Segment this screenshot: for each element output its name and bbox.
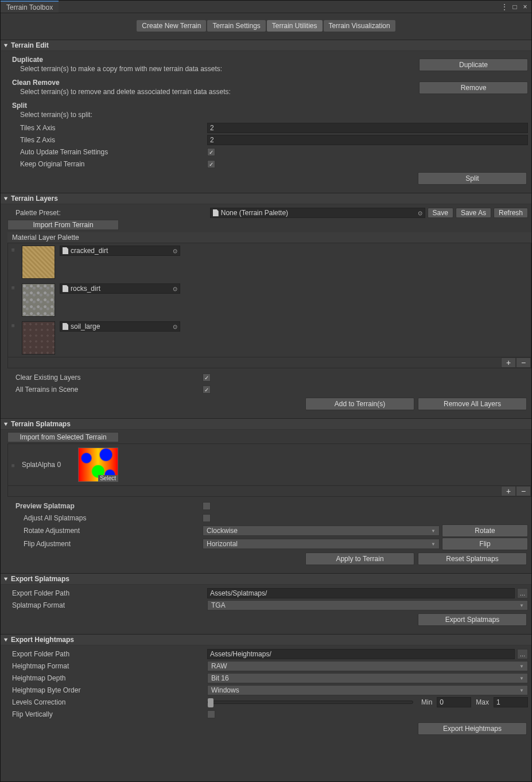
tab-terrain-utilities[interactable]: Terrain Utilities	[267, 20, 323, 32]
layer-row: ≡ cracked_dirt ⊙	[8, 243, 531, 281]
heightmap-byte-order-dropdown[interactable]: Windows ▼	[207, 685, 528, 695]
save-button[interactable]: Save	[428, 208, 453, 218]
split-label: Split	[12, 102, 528, 110]
section-terrain-edit[interactable]: ▼ Terrain Edit	[1, 40, 531, 51]
clear-existing-checkbox[interactable]: ✓	[203, 374, 211, 382]
tiles-x-label: Tiles X Axis	[12, 124, 207, 132]
material-layer-palette: ≡ cracked_dirt ⊙ ≡	[7, 243, 531, 368]
remove-layer-button[interactable]: −	[516, 357, 531, 368]
heightmap-format-dropdown[interactable]: RAW ▼	[207, 661, 528, 671]
layer-thumbnail[interactable]	[22, 321, 55, 355]
adjust-all-checkbox[interactable]	[203, 514, 211, 522]
section-export-splatmaps[interactable]: ▼ Export Splatmaps	[1, 573, 531, 585]
file-icon	[63, 323, 68, 330]
window-title[interactable]: Terrain Toolbox	[1, 1, 59, 13]
titlebar: Terrain Toolbox ⋮ □ ×	[1, 1, 531, 13]
import-from-selected-terrain-button[interactable]: Import from Selected Terrain	[7, 432, 119, 442]
add-splatmap-button[interactable]: +	[501, 486, 516, 496]
duplicate-hint: Select terrain(s) to make a copy from wi…	[20, 65, 419, 73]
tab-row: Create New Terrain Terrain Settings Terr…	[4, 20, 528, 32]
palette-preset-field[interactable]: None (Terrain Palette) ⊙	[210, 208, 425, 218]
object-picker-icon[interactable]: ⊙	[173, 324, 177, 330]
reset-splatmaps-button[interactable]: Reset Splatmaps	[418, 553, 527, 565]
chevron-down-icon: ▼	[2, 421, 9, 427]
layer-row: ≡ rocks_dirt ⊙	[8, 281, 531, 319]
folder-picker-button[interactable]: …	[517, 588, 528, 598]
export-splat-folder-input[interactable]	[207, 588, 515, 598]
object-picker-icon[interactable]: ⊙	[173, 286, 177, 292]
chevron-down-icon: ▼	[519, 603, 524, 608]
tiles-x-input[interactable]	[207, 123, 528, 133]
export-splatmaps-button[interactable]: Export Splatmaps	[418, 613, 527, 626]
duplicate-button[interactable]: Duplicate	[419, 59, 528, 71]
tab-terrain-visualization[interactable]: Terrain Visualization	[324, 20, 395, 32]
tiles-z-input[interactable]	[207, 135, 528, 145]
layer-thumbnail[interactable]	[22, 283, 55, 317]
chevron-down-icon: ▼	[519, 664, 524, 669]
refresh-button[interactable]: Refresh	[494, 208, 528, 218]
section-terrain-splatmaps[interactable]: ▼ Terrain Splatmaps	[1, 418, 531, 430]
section-terrain-layers[interactable]: ▼ Terrain Layers	[1, 193, 531, 204]
levels-slider[interactable]	[207, 701, 413, 704]
menu-icon[interactable]: ⋮	[500, 3, 508, 11]
keep-original-label: Keep Original Terrain	[12, 160, 207, 168]
drag-handle-icon[interactable]: ≡	[11, 283, 17, 291]
remove-all-layers-button[interactable]: Remove All Layers	[418, 398, 527, 410]
heightmap-depth-label: Heightmap Depth	[12, 674, 207, 682]
chevron-down-icon: ▼	[2, 576, 9, 582]
import-from-terrain-button[interactable]: Import From Terrain	[7, 220, 119, 230]
tab-create-terrain[interactable]: Create New Terrain	[137, 20, 206, 32]
flip-vertically-checkbox[interactable]	[207, 710, 215, 718]
heightmap-depth-dropdown[interactable]: Bit 16 ▼	[207, 673, 528, 683]
drag-handle-icon[interactable]: ≡	[11, 246, 17, 253]
object-picker-icon[interactable]: ⊙	[418, 210, 422, 216]
max-input[interactable]	[494, 697, 528, 707]
all-terrains-label: All Terrains in Scene	[7, 386, 203, 394]
object-picker-icon[interactable]: ⊙	[173, 248, 177, 254]
split-button[interactable]: Split	[418, 172, 527, 185]
keep-original-checkbox[interactable]: ✓	[207, 160, 215, 168]
splatmap-row: ≡ SplatAlpha 0 Select	[8, 444, 531, 485]
export-height-folder-label: Export Folder Path	[12, 650, 207, 658]
layer-object-field[interactable]: rocks_dirt ⊙	[60, 283, 180, 294]
splatmap-format-dropdown[interactable]: TGA ▼	[207, 600, 528, 610]
remove-button[interactable]: Remove	[419, 81, 528, 94]
rotate-adjustment-dropdown[interactable]: Clockwise ▼	[203, 526, 440, 536]
splatmap-palette: ≡ SplatAlpha 0 Select + −	[7, 443, 531, 497]
flip-adjustment-dropdown[interactable]: Horizontal ▼	[203, 539, 440, 549]
remove-splatmap-button[interactable]: −	[516, 486, 531, 496]
select-button[interactable]: Select	[98, 475, 118, 481]
rotate-button[interactable]: Rotate	[442, 524, 528, 537]
export-heightmaps-button[interactable]: Export Heightmaps	[418, 722, 527, 735]
add-layer-button[interactable]: +	[501, 357, 516, 368]
clear-existing-label: Clear Existing Layers	[7, 374, 203, 382]
save-as-button[interactable]: Save As	[456, 208, 491, 218]
drag-handle-icon[interactable]: ≡	[11, 321, 17, 329]
chevron-down-icon: ▼	[2, 196, 9, 201]
file-icon	[63, 247, 68, 254]
flip-vertically-label: Flip Vertically	[12, 710, 207, 718]
min-input[interactable]	[437, 697, 471, 707]
add-to-terrain-button[interactable]: Add to Terrain(s)	[305, 398, 414, 410]
folder-picker-button[interactable]: …	[517, 649, 528, 659]
section-export-heightmaps[interactable]: ▼ Export Heightmaps	[1, 634, 531, 645]
close-icon[interactable]: ×	[521, 3, 529, 11]
maximize-icon[interactable]: □	[511, 3, 519, 11]
apply-to-terrain-button[interactable]: Apply to Terrain	[305, 553, 414, 565]
chevron-down-icon: ▼	[519, 676, 524, 681]
slider-thumb[interactable]	[208, 698, 213, 707]
drag-handle-icon[interactable]: ≡	[11, 461, 17, 469]
splat-label: SplatAlpha 0	[22, 461, 73, 469]
flip-button[interactable]: Flip	[442, 538, 528, 550]
splatmap-thumbnail[interactable]: Select	[78, 448, 118, 482]
all-terrains-checkbox[interactable]: ✓	[203, 386, 211, 394]
clean-remove-hint: Select terrain(s) to remove and delete a…	[20, 88, 419, 96]
export-height-folder-input[interactable]	[207, 649, 515, 659]
tab-terrain-settings[interactable]: Terrain Settings	[207, 20, 265, 32]
layer-thumbnail[interactable]	[22, 246, 55, 279]
layer-object-field[interactable]: cracked_dirt ⊙	[60, 246, 180, 256]
preview-splatmap-checkbox[interactable]	[203, 502, 211, 510]
layer-object-field[interactable]: soil_large ⊙	[60, 321, 180, 332]
auto-update-checkbox[interactable]: ✓	[207, 148, 215, 156]
material-layer-palette-header: Material Layer Palette	[7, 232, 531, 243]
